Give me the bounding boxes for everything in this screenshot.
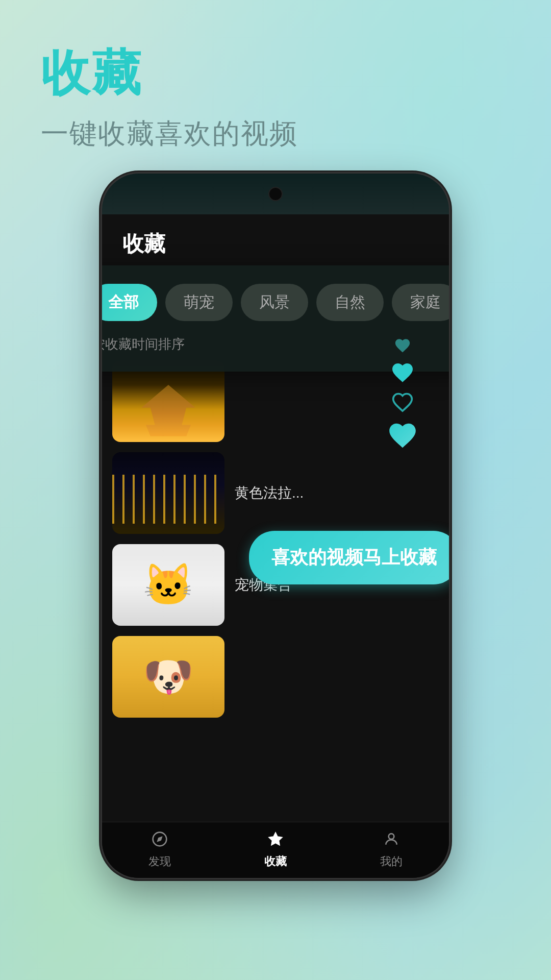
nav-label-collect: 收藏 [264,854,287,869]
phone-mockup: 收藏 全部 萌宠 风景 自然 家庭 按收藏时间排序 [102,174,449,878]
star-icon [267,831,284,851]
app-header-title: 收藏 [122,230,429,258]
svg-marker-1 [157,836,163,842]
thumb-eiffel-image [112,360,224,442]
video-thumbnail-eiffel [112,360,224,442]
filter-tab-all[interactable]: 全部 [102,284,157,321]
bottom-nav: 发现 收藏 [102,822,449,878]
thumb-city-image [112,452,224,534]
nav-label-discover: 发现 [148,854,171,869]
heart-icon-medium [390,360,415,385]
video-thumbnail-cat: 🐱 [112,544,224,626]
list-item[interactable]: 黄色法拉... [112,452,439,534]
filter-tab-family[interactable]: 家庭 [392,284,449,321]
nav-item-collect[interactable]: 收藏 [218,831,334,869]
subtitle: 一键收藏喜欢的视频 [41,115,298,153]
video-thumbnail-dog: 🐶 [112,636,224,718]
heart-icon-small [394,337,411,354]
thumb-dog-image: 🐶 [112,636,224,718]
filter-tabs: 全部 萌宠 风景 自然 家庭 [102,284,449,321]
phone-camera [268,187,283,201]
heart-icon-large [387,420,418,451]
tooltip-bubble: 喜欢的视频马上收藏 [249,531,449,584]
app-header: 收藏 [102,214,449,268]
screen-content: 收藏 全部 萌宠 风景 自然 家庭 按收藏时间排序 [102,214,449,878]
filter-tab-pets[interactable]: 萌宠 [165,284,233,321]
phone-screen: 收藏 全部 萌宠 风景 自然 家庭 按收藏时间排序 [102,214,449,878]
video-info: 黄色法拉... [235,483,439,503]
top-section: 收藏 一键收藏喜欢的视频 [41,46,298,153]
nav-label-profile: 我的 [380,854,403,869]
video-thumbnail-city [112,452,224,534]
video-title: 黄色法拉... [235,483,439,503]
filter-tab-scenery[interactable]: 风景 [241,284,308,321]
nav-item-profile[interactable]: 我的 [333,831,449,869]
svg-point-2 [388,834,394,839]
heart-icon-outline [391,391,414,413]
person-icon [383,831,399,851]
hearts-container [387,337,418,451]
phone-top-bar [102,174,449,214]
list-item[interactable]: 🐶 [112,636,439,718]
compass-icon [152,831,168,851]
nav-item-discover[interactable]: 发现 [102,831,218,869]
main-title: 收藏 [41,46,298,100]
filter-tab-nature[interactable]: 自然 [316,284,384,321]
thumb-cat-image: 🐱 [112,544,224,626]
